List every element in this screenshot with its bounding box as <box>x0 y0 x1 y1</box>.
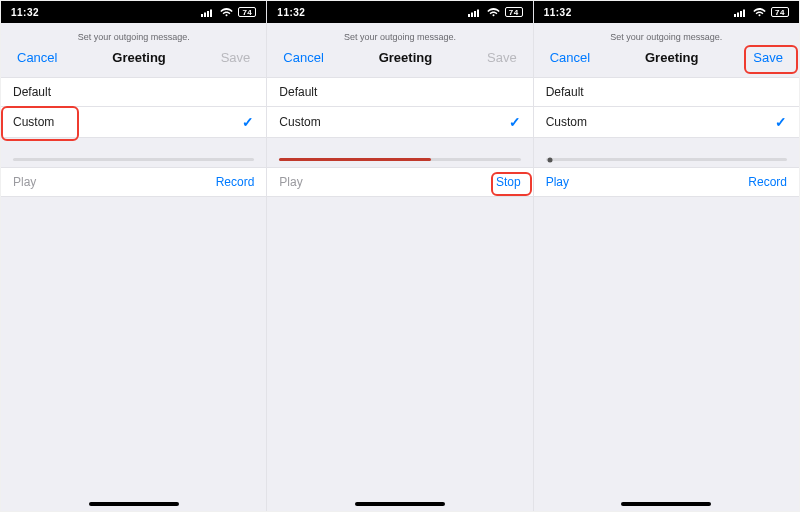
save-button: Save <box>483 48 521 67</box>
sheet-card: Set your outgoing message. Cancel Greeti… <box>534 24 799 511</box>
battery-icon: 74 <box>238 7 256 17</box>
status-time: 11:32 <box>544 7 572 18</box>
home-indicator <box>89 502 179 506</box>
checkmark-icon: ✓ <box>242 114 254 130</box>
svg-rect-0 <box>201 14 203 17</box>
play-button: Play <box>279 175 302 189</box>
page-title: Greeting <box>645 50 698 65</box>
svg-rect-9 <box>737 12 739 17</box>
navbar: Cancel Greeting Save <box>267 44 532 77</box>
svg-rect-10 <box>740 11 742 17</box>
play-button[interactable]: Play <box>546 175 569 189</box>
status-time: 11:32 <box>277 7 305 18</box>
option-default[interactable]: Default <box>534 78 799 106</box>
navbar: Cancel Greeting Save <box>534 44 799 77</box>
checkmark-icon: ✓ <box>509 114 521 130</box>
svg-rect-2 <box>207 11 209 17</box>
option-custom[interactable]: Custom ✓ <box>534 106 799 137</box>
signal-icon: 74 <box>201 7 256 17</box>
sheet-subtitle: Set your outgoing message. <box>534 32 799 42</box>
playback-controls: Play Stop <box>267 167 532 197</box>
sheet-card: Set your outgoing message. Cancel Greeti… <box>1 24 266 511</box>
signal-icon: 74 <box>468 7 523 17</box>
greeting-option-list: Default Custom ✓ <box>1 77 266 138</box>
svg-rect-5 <box>471 12 473 17</box>
option-label: Default <box>279 85 317 99</box>
status-time: 11:32 <box>11 7 39 18</box>
recording-progress[interactable] <box>13 158 254 161</box>
sheet-card: Set your outgoing message. Cancel Greeti… <box>267 24 532 511</box>
svg-rect-7 <box>477 9 479 17</box>
wifi-icon <box>487 8 500 17</box>
page-title: Greeting <box>112 50 165 65</box>
svg-rect-6 <box>474 11 476 17</box>
sheet-subtitle: Set your outgoing message. <box>267 32 532 42</box>
cancel-button[interactable]: Cancel <box>546 48 594 67</box>
record-button[interactable]: Record <box>216 175 255 189</box>
stop-button[interactable]: Stop <box>496 175 521 189</box>
notch <box>99 1 169 23</box>
phone-screen: 11:32 74 Set your outgoing message. Canc… <box>1 1 266 511</box>
page-title: Greeting <box>379 50 432 65</box>
phone-screen: 11:32 74 Set your outgoing message. Canc… <box>533 1 799 511</box>
greeting-option-list: Default Custom ✓ <box>534 77 799 138</box>
sheet-subtitle: Set your outgoing message. <box>1 32 266 42</box>
svg-rect-8 <box>734 14 736 17</box>
save-button[interactable]: Save <box>749 48 787 67</box>
play-button: Play <box>13 175 36 189</box>
record-button[interactable]: Record <box>748 175 787 189</box>
recording-progress[interactable] <box>546 158 787 161</box>
option-default[interactable]: Default <box>1 78 266 106</box>
battery-icon: 74 <box>505 7 523 17</box>
wifi-icon <box>753 8 766 17</box>
option-custom[interactable]: Custom ✓ <box>1 106 266 137</box>
home-indicator <box>621 502 711 506</box>
home-indicator <box>355 502 445 506</box>
save-button: Save <box>217 48 255 67</box>
notch <box>365 1 435 23</box>
cancel-button[interactable]: Cancel <box>13 48 61 67</box>
option-label: Custom <box>13 115 54 129</box>
signal-icon: 74 <box>734 7 789 17</box>
option-label: Default <box>546 85 584 99</box>
svg-rect-1 <box>204 12 206 17</box>
notch <box>631 1 701 23</box>
wifi-icon <box>220 8 233 17</box>
navbar: Cancel Greeting Save <box>1 44 266 77</box>
option-label: Custom <box>546 115 587 129</box>
checkmark-icon: ✓ <box>775 114 787 130</box>
svg-rect-4 <box>468 14 470 17</box>
recording-progress[interactable] <box>279 158 520 161</box>
svg-rect-3 <box>210 9 212 17</box>
phone-screen: 11:32 74 Set your outgoing message. Canc… <box>266 1 532 511</box>
svg-rect-11 <box>743 9 745 17</box>
option-label: Custom <box>279 115 320 129</box>
battery-icon: 74 <box>771 7 789 17</box>
playback-controls: Play Record <box>534 167 799 197</box>
option-label: Default <box>13 85 51 99</box>
cancel-button[interactable]: Cancel <box>279 48 327 67</box>
greeting-option-list: Default Custom ✓ <box>267 77 532 138</box>
option-custom[interactable]: Custom ✓ <box>267 106 532 137</box>
playback-controls: Play Record <box>1 167 266 197</box>
option-default[interactable]: Default <box>267 78 532 106</box>
